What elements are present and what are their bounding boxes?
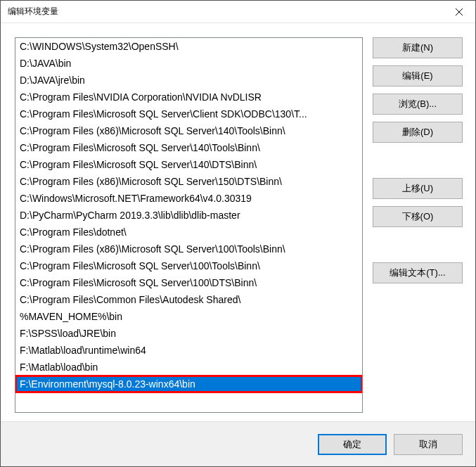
list-item[interactable]: C:\Program Files\Microsoft SQL Server\10… xyxy=(15,257,362,274)
list-item[interactable]: C:\Program Files\dotnet\ xyxy=(15,224,362,241)
button-spacer xyxy=(373,150,463,171)
list-item[interactable]: C:\Program Files\Microsoft SQL Server\Cl… xyxy=(15,105,362,122)
ok-button[interactable]: 确定 xyxy=(318,434,387,455)
list-item[interactable]: C:\Program Files\Microsoft SQL Server\14… xyxy=(15,139,362,156)
list-item[interactable]: F:\SPSS\load\JRE\bin xyxy=(15,325,362,342)
list-item[interactable]: C:\Program Files\NVIDIA Corporation\NVID… xyxy=(15,89,362,105)
move-up-button[interactable]: 上移(U) xyxy=(373,178,463,199)
list-item[interactable]: F:\Matlab\load\bin xyxy=(15,359,362,376)
list-item[interactable]: D:\PyCharm\PyCharm 2019.3.3\lib\dlib\dli… xyxy=(15,207,362,224)
button-spacer xyxy=(373,234,463,255)
list-item[interactable]: D:\JAVA\jre\bin xyxy=(15,72,362,89)
edit-text-button[interactable]: 编辑文本(T)... xyxy=(373,262,463,283)
side-button-panel: 新建(N) 编辑(E) 浏览(B)... 删除(D) 上移(U) 下移(O) 编… xyxy=(373,37,463,421)
path-list[interactable]: C:\WINDOWS\System32\OpenSSH\D:\JAVA\binD… xyxy=(15,37,363,413)
list-item[interactable]: F:\Environment\mysql-8.0.23-winx64\bin xyxy=(15,376,362,392)
cancel-button[interactable]: 取消 xyxy=(394,434,463,455)
list-item[interactable]: C:\Program Files\Common Files\Autodesk S… xyxy=(15,291,362,308)
list-item[interactable]: C:\Program Files (x86)\Microsoft SQL Ser… xyxy=(15,173,362,190)
close-button[interactable] xyxy=(443,1,475,23)
list-item[interactable]: C:\Program Files (x86)\Microsoft SQL Ser… xyxy=(15,122,362,139)
list-item[interactable]: C:\Windows\Microsoft.NET\Framework64\v4.… xyxy=(15,190,362,207)
close-icon xyxy=(456,8,463,15)
move-down-button[interactable]: 下移(O) xyxy=(373,206,463,227)
titlebar: 编辑环境变量 xyxy=(1,1,475,23)
delete-button[interactable]: 删除(D) xyxy=(373,122,463,143)
list-item[interactable]: C:\Program Files\Microsoft SQL Server\10… xyxy=(15,274,362,291)
list-item[interactable]: C:\Program Files (x86)\Microsoft SQL Ser… xyxy=(15,241,362,257)
new-button[interactable]: 新建(N) xyxy=(373,37,463,58)
edit-button[interactable]: 编辑(E) xyxy=(373,65,463,87)
browse-button[interactable]: 浏览(B)... xyxy=(373,94,463,115)
window-title: 编辑环境变量 xyxy=(8,6,58,18)
list-item[interactable]: F:\Matlab\load\runtime\win64 xyxy=(15,342,362,359)
content-area: C:\WINDOWS\System32\OpenSSH\D:\JAVA\binD… xyxy=(1,23,475,421)
list-item[interactable]: C:\WINDOWS\System32\OpenSSH\ xyxy=(15,38,362,55)
dialog-window: 编辑环境变量 C:\WINDOWS\System32\OpenSSH\D:\JA… xyxy=(0,0,476,467)
list-item[interactable]: %MAVEN_HOME%\bin xyxy=(15,308,362,325)
list-item[interactable]: C:\Program Files\Microsoft SQL Server\14… xyxy=(15,156,362,173)
footer: 确定 取消 xyxy=(1,421,475,466)
list-item[interactable]: D:\JAVA\bin xyxy=(15,55,362,72)
